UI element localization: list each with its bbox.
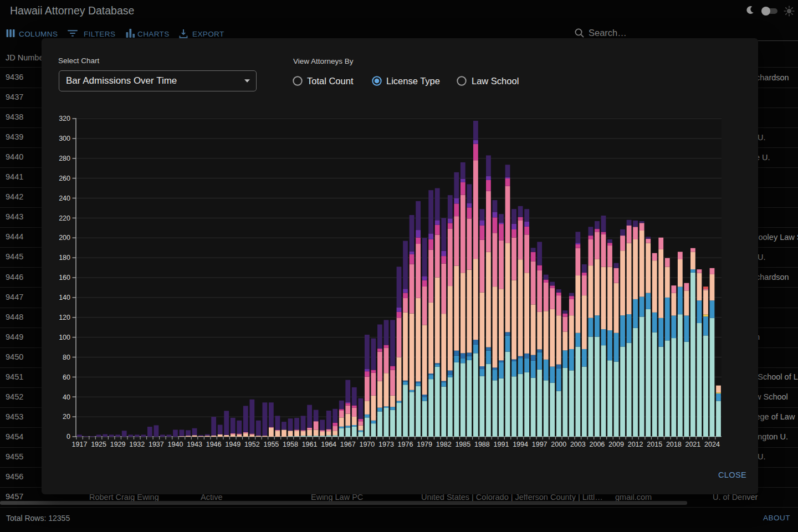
svg-text:1967: 1967 [340, 441, 356, 448]
svg-text:320: 320 [59, 115, 70, 122]
svg-text:1929: 1929 [110, 441, 126, 448]
svg-text:2012: 2012 [628, 441, 643, 448]
svg-text:2018: 2018 [666, 441, 682, 448]
svg-text:200: 200 [59, 234, 70, 242]
svg-text:2024: 2024 [704, 441, 720, 448]
svg-text:280: 280 [59, 155, 70, 162]
svg-text:80: 80 [63, 354, 70, 361]
svg-text:1932: 1932 [129, 441, 145, 448]
svg-text:1979: 1979 [417, 441, 432, 448]
svg-text:300: 300 [59, 135, 70, 142]
svg-text:260: 260 [59, 175, 70, 182]
svg-text:2009: 2009 [608, 441, 624, 448]
svg-text:100: 100 [59, 334, 70, 341]
svg-text:1949: 1949 [225, 441, 241, 448]
svg-text:1925: 1925 [91, 441, 106, 448]
svg-text:0: 0 [66, 433, 70, 441]
svg-text:1917: 1917 [72, 441, 88, 448]
svg-text:2000: 2000 [551, 441, 566, 448]
svg-text:1946: 1946 [206, 441, 222, 448]
svg-text:1952: 1952 [244, 441, 260, 448]
svg-text:140: 140 [59, 294, 70, 301]
svg-text:1997: 1997 [532, 441, 548, 448]
svg-text:40: 40 [63, 393, 70, 401]
svg-text:2021: 2021 [685, 441, 700, 448]
svg-text:120: 120 [59, 314, 70, 321]
svg-text:180: 180 [59, 254, 70, 262]
svg-text:1970: 1970 [359, 441, 375, 448]
svg-text:160: 160 [59, 274, 70, 282]
svg-text:1958: 1958 [283, 441, 298, 448]
svg-text:1982: 1982 [436, 441, 452, 448]
svg-text:1964: 1964 [321, 441, 336, 448]
svg-text:60: 60 [63, 374, 70, 381]
svg-text:220: 220 [59, 214, 70, 222]
svg-text:1976: 1976 [398, 441, 413, 448]
svg-text:1994: 1994 [513, 441, 528, 448]
svg-text:2015: 2015 [647, 441, 662, 448]
svg-text:1991: 1991 [494, 441, 509, 448]
svg-text:1988: 1988 [474, 441, 490, 448]
svg-text:1955: 1955 [263, 441, 279, 448]
svg-text:1937: 1937 [149, 441, 164, 448]
svg-text:20: 20 [63, 413, 70, 421]
svg-text:240: 240 [59, 195, 70, 202]
svg-text:2006: 2006 [590, 441, 605, 448]
svg-text:1985: 1985 [455, 441, 470, 448]
svg-text:1943: 1943 [187, 441, 202, 448]
svg-text:1940: 1940 [168, 441, 183, 448]
svg-text:1961: 1961 [302, 441, 318, 448]
svg-text:1973: 1973 [378, 441, 394, 448]
svg-text:2003: 2003 [570, 441, 586, 448]
